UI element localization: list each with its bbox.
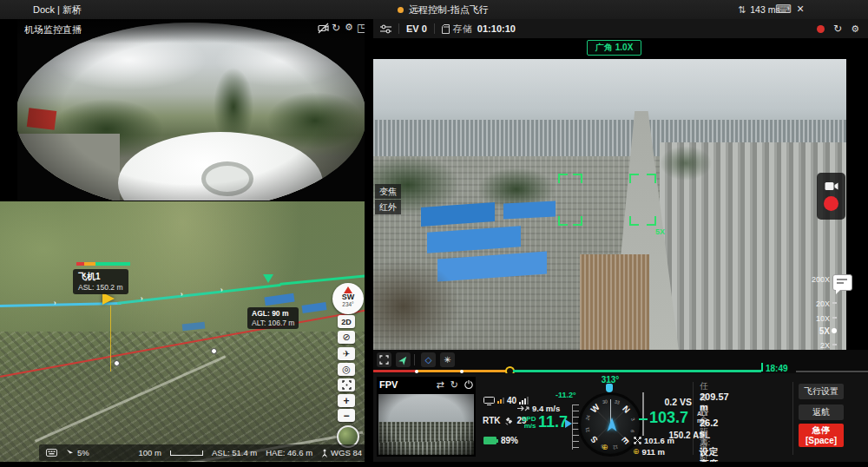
home-circle-icon: ⊕ — [633, 448, 640, 456]
aircraft-marker[interactable] — [102, 293, 121, 305]
map-compass[interactable]: SW 234° — [332, 283, 364, 314]
map-compass-deg: 234° — [342, 301, 353, 308]
waypoint-dot[interactable] — [114, 360, 120, 366]
camera-settings-sliders-icon[interactable] — [380, 24, 391, 34]
bottom-strip — [0, 462, 868, 467]
battery-icon — [483, 437, 496, 444]
map-2d-button[interactable]: 2D — [338, 315, 355, 328]
telemetry-panel: FPV ⇄ ↻ 40 RTK 29 89% — [373, 373, 868, 462]
viewport-frame-button[interactable] — [377, 352, 391, 367]
mission-mode: 远程控制-指点飞行 — [398, 0, 489, 19]
aircraft-name: 飞机1 — [78, 272, 123, 283]
fpv-panel: FPV ⇄ ↻ — [377, 377, 476, 457]
message-bubble-icon[interactable] — [832, 274, 852, 291]
map-hae: HAE: 46.6 m — [266, 448, 312, 457]
emergency-stop-button[interactable]: 急停 [Space] — [799, 424, 844, 447]
ev-value[interactable]: EV 0 — [406, 23, 427, 34]
fpv-title: FPV — [379, 379, 398, 390]
pip-layout-icon[interactable]: ◳ — [357, 22, 365, 34]
swap-view-icon[interactable]: ⇄ — [437, 379, 444, 391]
hd-signal-value: 40 — [507, 396, 516, 405]
dock-signal-bars-icon — [497, 398, 504, 404]
camera-off-icon[interactable] — [318, 23, 329, 34]
return-home-button[interactable]: 返航 — [799, 405, 844, 420]
dock-camera-feed — [17, 23, 365, 201]
waypoint-alt: ALT: 106.7 m — [252, 319, 294, 328]
center-target-button[interactable]: ◎ — [338, 363, 355, 376]
aircraft-locate-button[interactable]: ✈ — [338, 347, 355, 360]
spd-label: SPD m/s — [522, 416, 536, 430]
zoom-scale-thumb[interactable] — [832, 328, 837, 333]
legend-icon[interactable] — [46, 449, 57, 457]
fpv-feed[interactable] — [378, 394, 474, 455]
refresh-icon[interactable]: ↻ — [833, 23, 842, 35]
ir-lens-button[interactable]: 红外 — [375, 200, 401, 214]
wind-icon — [517, 405, 529, 412]
timeline-remaining-segment — [513, 370, 761, 372]
timeline-eta: 18:49 — [766, 364, 788, 373]
keyboard-icon[interactable]: ⌨ — [775, 3, 792, 15]
dock-camera-title: 机场监控直播 — [24, 23, 82, 36]
speed-value: 11.7 — [538, 413, 568, 431]
map-asl: ASL: 51.4 m — [212, 448, 257, 457]
battery-status: 89% — [483, 436, 518, 445]
main-camera-view[interactable]: 广角 1.0X 变焦 红外 5X 200X 20X 10X 5X 2X — [373, 38, 868, 350]
close-icon[interactable]: × — [797, 2, 804, 16]
tilt-needle-icon — [66, 449, 74, 457]
waypoint-dot[interactable] — [211, 348, 217, 354]
home-point-icon: ⊕ — [602, 443, 608, 451]
nofly-zone-button[interactable]: ⊘ — [338, 331, 355, 344]
record-indicator-icon[interactable] — [817, 25, 825, 33]
latency-arrows-icon: ⇅ — [738, 5, 746, 15]
zoom-lens-button[interactable]: 变焦 — [375, 184, 401, 199]
fit-view-button[interactable] — [338, 378, 355, 391]
target-waypoint-marker[interactable] — [263, 274, 273, 288]
altitude-tick — [639, 418, 648, 420]
refresh-icon[interactable]: ↻ — [332, 22, 340, 34]
home-distance: 101.6 m — [634, 436, 674, 445]
zoom-scale-200x[interactable]: 200X — [807, 275, 830, 284]
storage-time: 01:10:10 — [477, 23, 516, 34]
timeline-dot[interactable] — [460, 370, 464, 373]
home-distance-value: 101.6 m — [644, 436, 674, 445]
power-icon[interactable] — [464, 380, 473, 389]
timeline-flown-segment — [373, 370, 417, 372]
zoom-scale-20x[interactable]: 20X — [807, 299, 830, 308]
zoom-scale-5x[interactable]: 5X — [807, 326, 830, 336]
datum-indicator: WGS 84 — [321, 448, 362, 457]
drone-dock-console: Dock | 新桥 远程控制-指点飞行 ⇅ 143 ms ⌨ × 机场监控直播 — [0, 0, 868, 467]
aerial-city-feed — [373, 59, 846, 350]
lens-switcher: 变焦 红外 — [375, 184, 401, 214]
gear-icon[interactable]: ⚙ — [345, 22, 353, 33]
zoom-scale-10x[interactable]: 10X — [807, 314, 830, 323]
sd-card-icon — [442, 24, 450, 34]
zoom-in-button[interactable]: + — [338, 394, 355, 407]
altitude-value: 103.7 — [649, 409, 688, 427]
timeline-dot[interactable] — [415, 370, 418, 373]
zoom-out-button[interactable]: − — [338, 409, 355, 422]
camera-toolbar: EV 0 存储 01:10:10 ↻ ⚙ — [373, 19, 868, 38]
flight-distance-value: 911 m — [642, 447, 665, 457]
video-camera-icon[interactable] — [825, 181, 838, 191]
zoom-scale-2x[interactable]: 2X — [807, 341, 830, 350]
gimbal-pitch-value: -11.2° — [556, 391, 576, 399]
status-dot-icon — [398, 7, 404, 13]
record-button[interactable] — [824, 196, 838, 211]
camera-toolbar-right: ↻ ⚙ — [817, 19, 859, 38]
aircraft-attitude-icon — [606, 418, 618, 433]
flight-settings-button[interactable]: 飞行设置 — [799, 384, 844, 399]
waypoint-diamond-button[interactable]: ◇ — [421, 352, 436, 367]
tilt-indicator: 5% — [66, 448, 89, 457]
satellite-icon — [504, 416, 514, 425]
refresh-icon[interactable]: ↻ — [450, 379, 458, 391]
gear-icon[interactable]: ⚙ — [851, 23, 859, 35]
latency-indicator: ⇅ 143 ms — [738, 0, 780, 19]
path-chevron-icon: › — [54, 299, 57, 306]
rtk-label: RTK — [483, 416, 501, 425]
vertical-speed-bar — [642, 392, 644, 436]
navigation-cursor-button[interactable] — [396, 352, 411, 367]
wind-speed: 9.4 m/s — [532, 404, 560, 413]
sparkle-button[interactable]: ✳ — [440, 352, 455, 367]
map-panel[interactable]: › › › › 飞机1 ASL: 150.2 m AGL: 90 m ALT: … — [0, 201, 365, 467]
wind-readout: 9.4 m/s — [517, 404, 560, 413]
